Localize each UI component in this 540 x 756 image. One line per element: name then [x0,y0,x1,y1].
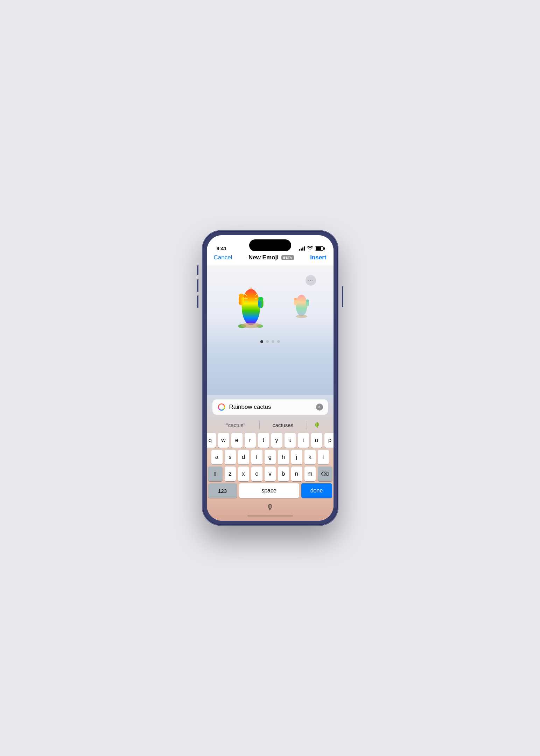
search-clear-button[interactable]: × [316,404,323,411]
search-bar-container: Rainbow cactus × [207,399,334,418]
microphone-icon[interactable]: 🎙 [266,503,274,512]
insert-button[interactable]: Insert [310,254,326,261]
key-v[interactable]: v [265,467,276,481]
keyboard-bottom-row: 123 space done [207,483,334,500]
svg-point-18 [296,295,307,316]
keyboard-keys: q w e r t y u i o p a s d f g [207,432,334,481]
status-time: 9:41 [217,245,227,251]
key-t[interactable]: t [258,433,269,448]
svg-point-21 [294,298,297,300]
page-dot-3 [272,340,274,343]
key-row-1: q w e r t y u i o p [208,433,332,448]
delete-key[interactable]: ⌫ [318,467,332,481]
key-g[interactable]: g [265,450,276,464]
key-l[interactable]: l [318,450,329,464]
key-c[interactable]: c [251,467,262,481]
volume-up-button[interactable] [197,279,198,292]
autocomplete-item-1[interactable]: "cactus" [212,421,260,429]
page-dot-4 [277,340,280,343]
search-input[interactable]: Rainbow cactus [229,404,313,411]
emoji-secondary-preview[interactable] [286,286,317,321]
key-o[interactable]: o [311,433,322,448]
svg-point-2 [239,294,244,298]
page-title: New Emoji [248,254,279,261]
key-s[interactable]: s [225,450,236,464]
key-m[interactable]: m [304,467,316,481]
svg-point-22 [306,299,309,302]
key-n[interactable]: n [291,467,302,481]
key-p[interactable]: p [324,433,334,448]
autocomplete-item-2[interactable]: cactuses [260,421,307,429]
key-h[interactable]: h [278,450,289,464]
rainbow-cactus-secondary-icon [288,288,315,320]
emoji-main-preview[interactable] [223,276,279,332]
rainbow-cactus-main-icon [228,278,274,330]
key-row-3: ⇧ z x c v b n m ⌫ [208,467,332,481]
key-q[interactable]: q [207,433,216,448]
done-key[interactable]: done [301,483,332,498]
key-z[interactable]: z [225,467,236,481]
power-button[interactable] [342,286,343,307]
autocomplete-bar: "cactus" cactuses 🌵 [207,418,334,432]
svg-point-23 [296,315,307,318]
key-row-2: a s d f g h j k l [208,450,332,464]
genmoji-icon [217,403,226,411]
key-u[interactable]: u [285,433,296,448]
home-indicator [247,515,293,517]
key-a[interactable]: a [211,450,223,464]
svg-point-4 [258,297,263,301]
key-d[interactable]: d [238,450,249,464]
search-bar[interactable]: Rainbow cactus × [212,399,328,415]
key-f[interactable]: f [251,450,262,464]
page-indicator [260,340,280,343]
dynamic-island [249,239,291,251]
key-k[interactable]: k [304,450,316,464]
beta-badge: BETA [281,255,294,260]
nav-title-group: New Emoji BETA [248,254,294,261]
key-y[interactable]: y [271,433,282,448]
page-dot-1 [260,340,263,343]
keyboard-area: Rainbow cactus × "cactus" cactuses 🌵 q w [207,395,334,500]
phone-screen: 9:41 Cancel New Emoji [207,235,334,521]
key-b[interactable]: b [278,467,289,481]
key-j[interactable]: j [291,450,302,464]
wifi-icon [307,246,313,251]
navigation-bar: Cancel New Emoji BETA Insert [207,254,334,265]
space-key[interactable]: space [239,483,299,498]
autocomplete-item-3[interactable]: 🌵 [307,420,328,429]
svg-point-0 [241,289,260,325]
cancel-button[interactable]: Cancel [214,254,232,261]
signal-icon [299,246,305,251]
page-dot-2 [266,340,269,343]
battery-icon [315,246,324,251]
key-r[interactable]: r [245,433,256,448]
emoji-preview-area: ··· [207,265,334,395]
svg-line-13 [237,298,239,299]
svg-point-17 [241,323,260,328]
volume-down-button[interactable] [197,295,198,308]
more-options-button[interactable]: ··· [306,275,316,286]
numbers-key[interactable]: 123 [208,483,237,498]
phone-frame: 9:41 Cancel New Emoji [202,230,338,526]
bottom-bar: 🎙 [207,500,334,521]
key-w[interactable]: w [218,433,229,448]
key-x[interactable]: x [238,467,249,481]
emoji-carousel: ··· [207,265,334,339]
key-e[interactable]: e [231,433,243,448]
shift-key[interactable]: ⇧ [208,467,223,481]
key-i[interactable]: i [298,433,309,448]
status-icons [299,246,324,251]
silent-switch[interactable] [197,265,198,275]
